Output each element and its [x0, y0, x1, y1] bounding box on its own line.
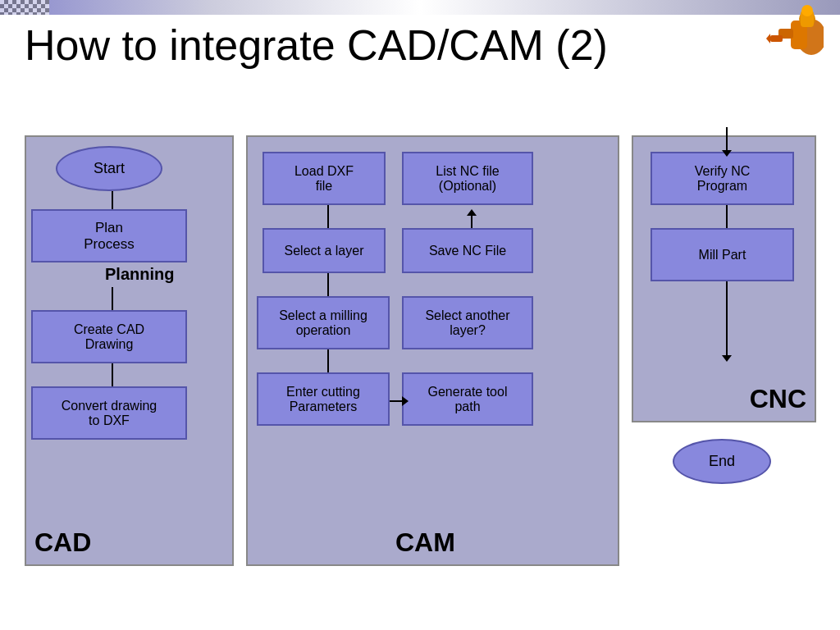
list-nc-label: List NC file(Optional)	[436, 164, 499, 194]
plan-process-box: PlanProcess	[31, 209, 187, 262]
select-another-box: Select anotherlayer?	[402, 296, 533, 349]
verify-nc-label: Verify NCProgram	[695, 164, 751, 194]
svg-rect-6	[770, 35, 783, 42]
convert-dxf-label: Convert drawingto DXF	[62, 399, 158, 428]
arrow-cutting-to-generate	[390, 396, 409, 406]
start-oval: Start	[56, 146, 162, 191]
select-layer-box: Select a layer	[262, 228, 386, 273]
arrow-to-verify	[722, 127, 732, 157]
page-title: How to integrate CAD/CAM (2)	[25, 21, 608, 70]
cam-label: CAM	[395, 527, 455, 558]
select-layer-label: Select a layer	[285, 244, 364, 258]
cad-label: CAD	[34, 527, 91, 558]
create-cad-label: Create CADDrawing	[74, 322, 144, 352]
header-bar	[0, 0, 840, 15]
generate-tool-label: Generate toolpath	[428, 385, 508, 414]
save-nc-box: Save NC File	[402, 228, 533, 273]
convert-dxf-box: Convert drawingto DXF	[31, 386, 187, 440]
mill-part-label: Mill Part	[699, 248, 746, 262]
load-dxf-box: Load DXFfile	[262, 152, 386, 205]
list-nc-box: List NC file(Optional)	[402, 152, 533, 205]
verify-nc-box: Verify NCProgram	[651, 152, 794, 205]
planning-label: Planning	[105, 265, 174, 284]
cnc-label: CNC	[750, 384, 806, 414]
svg-point-5	[801, 5, 813, 16]
robot-icon	[766, 4, 824, 66]
end-label: End	[709, 453, 735, 470]
select-another-label: Select anotherlayer?	[425, 308, 509, 338]
generate-tool-box: Generate toolpath	[402, 372, 533, 426]
end-oval: End	[673, 439, 771, 484]
load-dxf-label: Load DXFfile	[294, 164, 354, 194]
svg-marker-7	[766, 34, 770, 43]
plan-process-label: PlanProcess	[84, 220, 134, 253]
select-milling-label: Select a millingoperation	[279, 308, 368, 338]
save-nc-label: Save NC File	[429, 244, 506, 258]
select-milling-box: Select a millingoperation	[257, 296, 390, 349]
start-label: Start	[94, 160, 125, 177]
enter-cutting-label: Enter cuttingParameters	[286, 385, 360, 414]
checkerboard-decoration	[0, 0, 49, 15]
create-cad-box: Create CADDrawing	[31, 310, 187, 363]
arrow-mill-to-end	[722, 281, 732, 362]
mill-part-box: Mill Part	[651, 228, 794, 281]
enter-cutting-box: Enter cuttingParameters	[257, 372, 390, 426]
